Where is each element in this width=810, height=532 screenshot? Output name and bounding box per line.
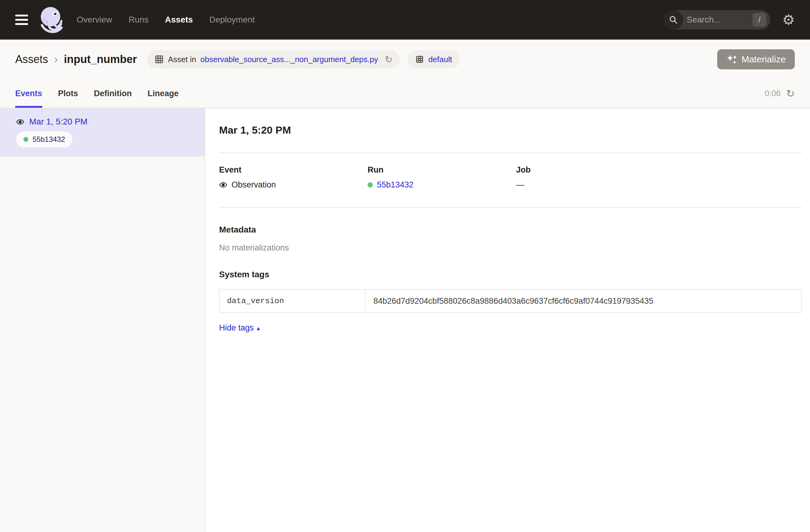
breadcrumb-current-asset: input_number	[64, 53, 137, 66]
metadata-heading: Metadata	[219, 225, 802, 235]
job-value: —	[516, 180, 524, 190]
event-timestamp-link[interactable]: Mar 1, 5:20 PM	[29, 117, 87, 127]
materialize-button-label: Materialize	[742, 54, 785, 65]
search-box[interactable]: /	[664, 10, 770, 30]
refresh-countdown: 0:06	[765, 89, 781, 98]
auto-refresh-group: 0:06 ↻	[765, 88, 795, 99]
reload-definition-icon[interactable]: ↻	[385, 54, 392, 65]
octopus-logo-icon	[37, 4, 65, 35]
divider	[219, 152, 802, 153]
job-column: Job —	[516, 165, 665, 190]
system-tag-key: data_version	[220, 290, 366, 312]
breadcrumb-assets-link[interactable]: Assets	[15, 53, 48, 66]
event-run-id: 55b13432	[33, 135, 65, 144]
asset-group-icon	[415, 55, 424, 64]
asset-definition-link[interactable]: observable_source_ass..._non_argument_de…	[200, 55, 378, 64]
nav-item-overview[interactable]: Overview	[77, 15, 112, 25]
tabs: Events Plots Definition Lineage	[15, 79, 179, 108]
event-type-value: Observation	[231, 180, 276, 190]
nav-item-runs[interactable]: Runs	[129, 15, 148, 25]
event-list-item-selected[interactable]: Mar 1, 5:20 PM 55b13432	[0, 108, 205, 157]
tab-events[interactable]: Events	[15, 79, 42, 108]
topbar-right-group: / ⚙	[664, 10, 795, 30]
asset-group-pill: default	[408, 50, 459, 68]
event-detail-columns: Event Observation Run 55b13432 Job	[219, 165, 802, 190]
search-input[interactable]	[683, 15, 752, 25]
divider	[219, 207, 802, 208]
run-success-dot	[368, 182, 373, 188]
asset-group-link[interactable]: default	[428, 55, 452, 64]
nav-item-deployment[interactable]: Deployment	[209, 15, 255, 25]
hide-tags-link[interactable]: Hide tags ▴	[219, 323, 260, 333]
system-tags-heading: System tags	[219, 270, 802, 279]
job-label: Job	[516, 165, 665, 175]
tab-lineage[interactable]: Lineage	[148, 79, 179, 108]
asset-grid-icon	[155, 55, 164, 64]
dagster-logo[interactable]	[36, 3, 66, 36]
event-label: Event	[219, 165, 368, 175]
event-list-sidebar: Mar 1, 5:20 PM 55b13432	[0, 108, 205, 532]
metadata-empty-text: No materializations	[219, 243, 802, 253]
event-detail-title: Mar 1, 5:20 PM	[219, 108, 802, 136]
asset-pill-prefix: Asset in	[168, 55, 196, 64]
run-id-link[interactable]: 55b13432	[377, 180, 414, 190]
gear-icon[interactable]: ⚙	[782, 13, 795, 27]
run-column: Run 55b13432	[368, 165, 516, 190]
observation-eye-icon	[219, 181, 227, 189]
search-icon	[664, 10, 683, 30]
sparkle-icon	[726, 54, 737, 65]
observation-eye-icon	[16, 118, 25, 126]
tab-plots[interactable]: Plots	[58, 79, 78, 108]
asset-page-header: Assets › input_number Asset in observabl…	[0, 39, 810, 79]
system-tag-value: 84b26d7d9204cbf588026c8a9886d403a6c9637c…	[366, 290, 801, 312]
asset-tabs-row: Events Plots Definition Lineage 0:06 ↻	[0, 79, 810, 108]
materialize-button[interactable]: Materialize	[717, 49, 795, 69]
run-success-dot	[23, 137, 28, 142]
run-label: Run	[368, 165, 516, 175]
caret-up-icon: ▴	[257, 324, 260, 332]
top-navigation-bar: Overview Runs Assets Deployment / ⚙	[0, 0, 810, 39]
breadcrumb-separator-icon: ›	[54, 53, 58, 66]
event-column: Event Observation	[219, 165, 368, 190]
tab-definition[interactable]: Definition	[94, 79, 132, 108]
system-tags-table: data_version 84b26d7d9204cbf588026c8a988…	[219, 289, 802, 313]
content-area: Mar 1, 5:20 PM 55b13432 Mar 1, 5:20 PM E…	[0, 108, 810, 532]
primary-nav: Overview Runs Assets Deployment	[77, 15, 255, 25]
menu-icon[interactable]	[15, 15, 28, 25]
hide-tags-label: Hide tags	[219, 323, 254, 333]
search-shortcut-key: /	[752, 13, 766, 27]
refresh-icon[interactable]: ↻	[786, 88, 795, 99]
asset-definition-pill: Asset in observable_source_ass..._non_ar…	[147, 50, 400, 68]
nav-item-assets[interactable]: Assets	[165, 15, 193, 25]
event-run-pill: 55b13432	[16, 131, 72, 147]
event-detail-panel: Mar 1, 5:20 PM Event Observation Run 55b…	[205, 108, 810, 532]
